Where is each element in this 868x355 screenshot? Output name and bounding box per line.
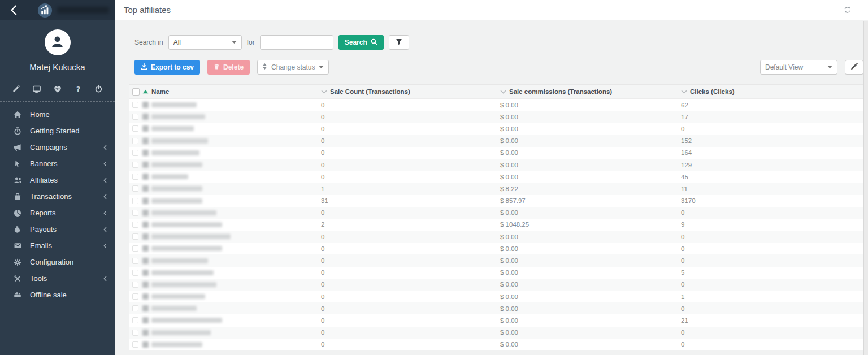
scrollbar-track[interactable] [863,21,868,355]
row-checkbox[interactable] [132,162,138,168]
sidebar-menu: HomeGetting StartedCampaignsBannersAffil… [0,106,115,303]
sale-count-cell: 0 [321,281,500,288]
monitor-icon[interactable] [33,85,41,93]
sidebar-item-configuration[interactable]: Configuration [0,254,115,270]
table-row[interactable]: 0$ 0.00129 [129,159,863,171]
row-checkbox[interactable] [132,125,138,132]
sidebar-item-offline-sale[interactable]: Offline sale [0,287,115,303]
row-checkbox-cell [129,114,142,120]
row-checkbox[interactable] [132,282,138,288]
sale-count-cell: 0 [321,209,500,216]
select-all-checkbox[interactable] [132,88,140,96]
change-status-dropdown[interactable]: Change status [257,60,329,75]
power-icon[interactable] [95,85,102,93]
heart-pulse-icon[interactable] [54,85,62,93]
sidebar-item-home[interactable]: Home [0,106,115,123]
sidebar-item-reports[interactable]: Reports [0,205,115,221]
refresh-icon[interactable] [844,6,851,14]
affiliate-name-cell [142,162,321,168]
search-input[interactable] [260,35,333,50]
search-in-select[interactable]: All [168,35,242,50]
row-checkbox[interactable] [132,270,138,276]
filter-button[interactable] [389,35,409,50]
row-checkbox[interactable] [132,293,138,300]
table-row[interactable]: 0$ 0.00152 [129,135,863,147]
row-checkbox[interactable] [132,102,138,108]
table-row[interactable]: 0$ 0.000 [129,302,863,314]
column-header-name[interactable]: Name [142,88,321,95]
search-button[interactable]: Search [338,35,384,50]
clicks-cell: 45 [681,174,863,180]
column-header-sale-commissions[interactable]: Sale commissions (Transactions) [500,88,681,95]
table-row[interactable]: 0$ 0.000 [129,254,863,266]
row-checkbox[interactable] [132,233,138,240]
table-row[interactable]: 0$ 0.000 [129,123,863,135]
row-checkbox[interactable] [132,330,138,336]
table-row[interactable]: 0$ 0.000 [129,243,863,254]
sidebar-item-emails[interactable]: Emails [0,237,115,254]
sidebar-item-campaigns[interactable]: Campaigns [0,139,115,155]
affiliate-name-cell [142,245,321,252]
table-row[interactable]: 0$ 0.001 [129,291,863,302]
sidebar-item-payouts[interactable]: Payouts [0,221,115,237]
sidebar: Matej Kukucka ? HomeGetting StartedCampa… [0,0,115,355]
column-header-clicks[interactable]: Clicks (Clicks) [681,88,863,95]
table-row[interactable]: 0$ 0.005 [129,267,863,279]
column-header-sale-count[interactable]: Sale Count (Transactions) [321,88,500,95]
row-checkbox[interactable] [132,138,138,144]
view-selector[interactable]: Default View [760,60,837,75]
row-checkbox[interactable] [132,174,138,180]
row-checkbox[interactable] [132,245,138,252]
table-row[interactable]: 0$ 0.0021 [129,314,863,326]
table-row[interactable]: 0$ 0.000 [129,207,863,219]
table-row[interactable]: 0$ 0.0017 [129,111,863,123]
sidebar-item-transactions[interactable]: Transactions [0,188,115,205]
table-row[interactable]: 1$ 8.2211 [129,183,863,194]
question-icon[interactable]: ? [75,85,82,93]
table-row[interactable]: 2$ 1048.259 [129,219,863,231]
sidebar-item-getting-started[interactable]: Getting Started [0,123,115,139]
search-button-label: Search [345,38,367,46]
sidebar-item-label: Payouts [30,225,103,233]
row-checkbox[interactable] [132,317,138,323]
edit-view-button[interactable] [845,60,863,75]
sidebar-item-banners[interactable]: Banners [0,155,115,172]
delete-button[interactable]: Delete [207,60,250,75]
person-icon [50,34,65,51]
clicks-cell: 0 [681,125,863,132]
table-row[interactable]: 0$ 0.000 [129,279,863,291]
tools-icon [14,275,23,283]
pencil-icon[interactable] [12,85,20,93]
table-row[interactable]: 0$ 0.0045 [129,171,863,183]
clicks-cell: 5 [681,269,863,276]
row-checkbox[interactable] [132,305,138,311]
table-row[interactable]: 0$ 0.0062 [129,99,863,111]
avatar[interactable] [45,29,71,55]
affiliate-name-cell [142,258,321,264]
clicks-cell: 0 [681,281,863,288]
row-checkbox[interactable] [132,210,138,216]
row-checkbox[interactable] [132,185,138,192]
table-row[interactable]: 0$ 0.000 [129,327,863,339]
sidebar-item-affiliates[interactable]: Affiliates [0,172,115,188]
row-checkbox[interactable] [132,150,138,156]
sale-count-cell: 0 [321,245,500,252]
table-row[interactable]: 0$ 0.00164 [129,147,863,159]
clicks-cell: 0 [681,257,863,264]
table-row[interactable]: 31$ 857.973170 [129,195,863,207]
clicks-cell: 0 [681,341,863,348]
clicks-cell: 9 [681,221,863,228]
sidebar-item-tools[interactable]: Tools [0,270,115,287]
back-button[interactable] [10,5,21,15]
row-checkbox[interactable] [132,258,138,264]
table-row[interactable]: 0$ 0.000 [129,231,863,243]
row-checkbox[interactable] [132,222,138,228]
affiliate-name-redacted [142,222,222,228]
row-checkbox[interactable] [132,198,138,204]
row-checkbox[interactable] [132,341,138,348]
table-row[interactable]: 0$ 0.000 [129,339,863,350]
export-csv-button[interactable]: Export to csv [134,60,200,75]
row-checkbox[interactable] [132,114,138,120]
change-status-label: Change status [271,63,315,71]
sale-commissions-cell: $ 0.00 [500,293,681,300]
